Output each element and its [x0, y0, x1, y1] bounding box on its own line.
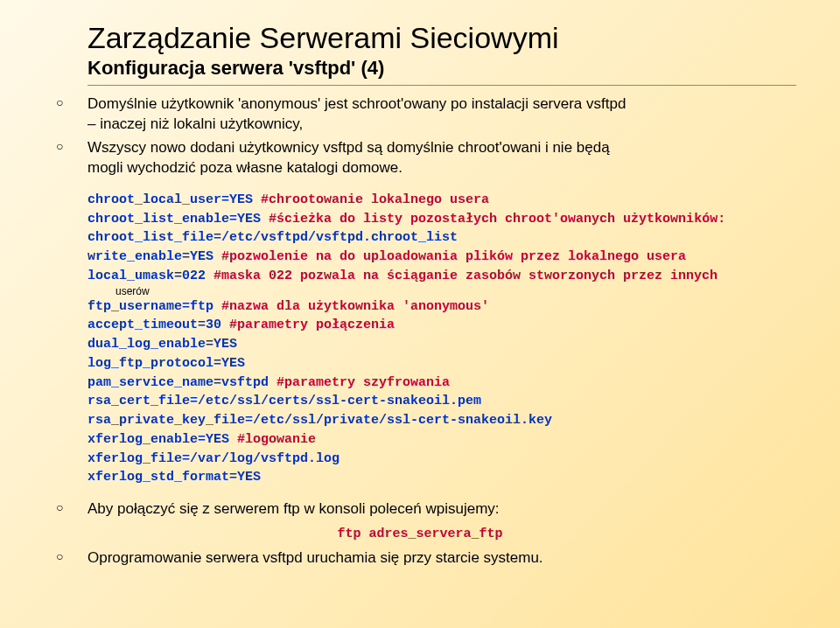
cfg-line-2: chroot_list_enable=YES #ścieżka do listy… [88, 210, 796, 229]
footer-bullets-2: Oprogramowanie serwera vsftpd uruchamia … [44, 548, 796, 569]
bullet-3: Aby połączyć się z serwerem ftp w konsol… [44, 499, 796, 520]
cfg-key: accept_timeout=30 [88, 317, 229, 332]
cfg-comment: #parametry szyfrowania [276, 375, 450, 390]
cfg-key: write_enable=YES [88, 249, 221, 264]
cfg-line-10: pam_service_name=vsftpd #parametry szyfr… [88, 373, 796, 393]
intro-bullets: Domyślnie użytkownik 'anonymous' jest sc… [44, 94, 796, 178]
page-subtitle: Konfiguracja serwera 'vsftpd' (4) [88, 57, 796, 80]
cfg-key: rsa_private_key_file=/etc/ssl/private/ss… [88, 413, 552, 428]
bullet-2: Wszyscy nowo dodani użytkownicy vsftpd s… [44, 138, 796, 178]
cfg-line-5: local_umask=022 #maska 022 pozwala na śc… [88, 267, 796, 286]
cfg-comment: #maska 022 pozwala na ściąganie zasobów … [214, 269, 718, 283]
config-block: chroot_local_user=YES #chrootowanie loka… [88, 191, 796, 487]
cfg-line-14: xferlog_file=/var/log/vsftpd.log [88, 450, 796, 469]
cfg-comment: #pozwolenie na do uploadowania plików pr… [221, 249, 686, 264]
cfg-key: xferlog_enable=YES [88, 432, 237, 447]
bullet-2-line1: Wszyscy nowo dodani użytkownicy vsftpd s… [88, 139, 610, 156]
bullet-1: Domyślnie użytkownik 'anonymous' jest sc… [44, 94, 796, 135]
cfg-line-8: dual_log_enable=YES [88, 335, 796, 354]
cfg-key: rsa_cert_file=/etc/ssl/certs/ssl-cert-sn… [88, 394, 481, 408]
cfg-line-5-cont: userów [116, 286, 796, 297]
cfg-comment: #chrootowanie lokalnego usera [261, 192, 489, 207]
cfg-key: xferlog_std_format=YES [88, 470, 261, 485]
cfg-line-15: xferlog_std_format=YES [88, 468, 796, 487]
cfg-key: log_ftp_protocol=YES [88, 356, 245, 371]
cfg-line-9: log_ftp_protocol=YES [88, 354, 796, 373]
cfg-comment: #parametry połączenia [229, 317, 395, 332]
cfg-key: xferlog_file=/var/log/vsftpd.log [88, 451, 340, 466]
cfg-key: ftp_username=ftp [88, 299, 221, 314]
bullet-1-line1: Domyślnie użytkownik 'anonymous' jest sc… [88, 95, 626, 112]
cfg-line-12: rsa_private_key_file=/etc/ssl/private/ss… [88, 411, 796, 430]
cfg-key: dual_log_enable=YES [88, 337, 237, 352]
cfg-comment: #nazwa dla użytkownika 'anonymous' [221, 299, 489, 314]
cfg-line-3: chroot_list_file=/etc/vsftpd/vsftpd.chro… [88, 228, 796, 248]
cfg-line-7: accept_timeout=30 #parametry połączenia [88, 316, 796, 335]
page-title: Zarządzanie Serwerami Sieciowymi [88, 21, 796, 55]
cfg-comment: #logowanie [237, 432, 316, 447]
slide: Zarządzanie Serwerami Sieciowymi Konfigu… [0, 0, 840, 593]
divider [88, 85, 796, 86]
cfg-line-1: chroot_local_user=YES #chrootowanie loka… [88, 191, 796, 210]
bullet-2-line2: mogli wychodzić poza własne katalogi dom… [88, 159, 402, 176]
cfg-key: chroot_list_file=/etc/vsftpd/vsftpd.chro… [88, 230, 458, 245]
cfg-line-4: write_enable=YES #pozwolenie na do uploa… [88, 248, 796, 267]
ftp-command: ftp adres_servera_ftp [44, 527, 796, 541]
cfg-line-11: rsa_cert_file=/etc/ssl/certs/ssl-cert-sn… [88, 392, 796, 411]
cfg-line-6: ftp_username=ftp #nazwa dla użytkownika … [88, 297, 796, 317]
cfg-key: local_umask=022 [88, 269, 214, 283]
cfg-comment: #ścieżka do listy pozostałych chroot'owa… [269, 212, 725, 227]
footer-bullets: Aby połączyć się z serwerem ftp w konsol… [44, 499, 796, 520]
cfg-key: pam_service_name=vsftpd [88, 375, 276, 390]
cfg-key: chroot_list_enable=YES [88, 212, 269, 227]
cfg-key: chroot_local_user=YES [88, 192, 261, 207]
bullet-1-line2: – inaczej niż lokalni użytkownicy, [88, 115, 303, 132]
cfg-line-13: xferlog_enable=YES #logowanie [88, 430, 796, 450]
bullet-4: Oprogramowanie serwera vsftpd uruchamia … [44, 548, 796, 569]
